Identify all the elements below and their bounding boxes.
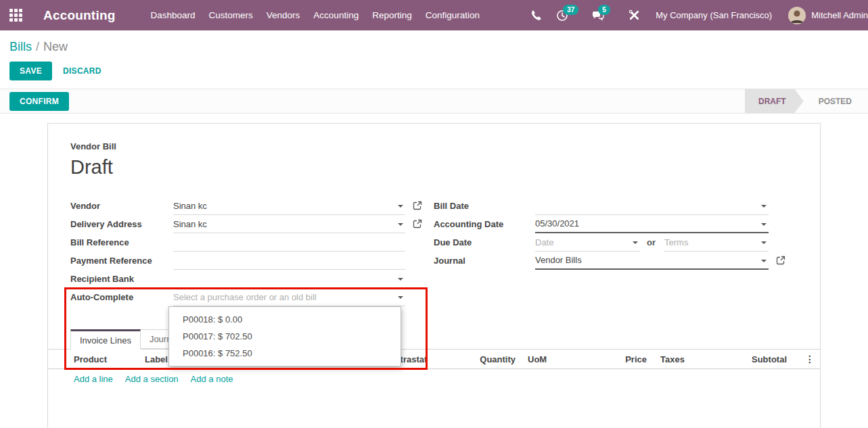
field-accounting-date: Accounting Date 05/30/2021 (434, 215, 769, 233)
auto-complete-label: Auto-Complete (70, 288, 173, 306)
tab-invoice-lines[interactable]: Invoice Lines (70, 329, 141, 350)
chevron-down-icon[interactable] (761, 205, 767, 208)
field-bill-reference: Bill Reference (70, 233, 405, 252)
auto-complete-input[interactable]: Select a purchase order or an old bill (173, 288, 405, 306)
bill-date-label: Bill Date (434, 197, 535, 215)
form-left-column: Vendor Sinan kc Delivery Address Sinan k… (70, 197, 405, 306)
activity-count-badge[interactable]: 37 (563, 5, 578, 15)
user-menu[interactable]: Mitchell Admin (811, 10, 868, 20)
payment-terms-input[interactable]: Terms (664, 233, 769, 252)
dropdown-option-p00018[interactable]: P00018: $ 0.00 (169, 311, 401, 328)
phone-icon[interactable] (530, 9, 541, 21)
statusbar-stage-draft[interactable]: DRAFT (745, 89, 804, 113)
col-subtotal[interactable]: Subtotal (752, 354, 787, 364)
menu-reporting[interactable]: Reporting (372, 1, 412, 29)
message-count-badge[interactable]: 5 (598, 5, 610, 15)
chevron-down-icon[interactable] (398, 205, 403, 208)
document-type-label: Vendor Bill (70, 141, 798, 151)
breadcrumb: Bills/New (0, 30, 868, 54)
payment-reference-input[interactable] (173, 252, 405, 270)
topbar-right: 37 5 My Company (San Francisco) Mitchell… (530, 7, 868, 24)
due-date-placeholder: Date (535, 237, 553, 247)
line-actions: Add a line Add a section Add a note (48, 369, 820, 384)
due-date-widget: Date or Terms (535, 233, 769, 252)
col-price[interactable]: Price (625, 354, 647, 364)
accounting-date-label: Accounting Date (434, 215, 535, 233)
form-fields: Vendor Sinan kc Delivery Address Sinan k… (70, 197, 798, 306)
dropdown-option-p00017[interactable]: P00017: $ 702.50 (169, 328, 401, 345)
confirm-button[interactable]: CONFIRM (9, 92, 69, 111)
col-quantity[interactable]: Quantity (480, 354, 516, 364)
apps-menu-icon[interactable] (9, 9, 23, 22)
accounting-date-input[interactable]: 05/30/2021 (535, 215, 769, 233)
due-date-label: Due Date (434, 233, 535, 252)
breadcrumb-separator: / (36, 40, 39, 53)
external-link-icon[interactable] (413, 219, 422, 229)
delivery-address-value: Sinan kc (173, 219, 207, 229)
menu-accounting[interactable]: Accounting (313, 1, 359, 29)
invoice-lines-header: Product Label Intrastat Quantity UoM Pri… (48, 350, 820, 369)
field-payment-reference: Payment Reference (70, 252, 405, 270)
journal-input[interactable]: Vendor Bills (535, 252, 769, 270)
bill-reference-input[interactable] (173, 233, 405, 252)
chevron-down-icon[interactable] (633, 241, 638, 244)
field-vendor: Vendor Sinan kc (70, 197, 405, 215)
breadcrumb-bills-link[interactable]: Bills (9, 40, 32, 53)
document-title: Draft (70, 156, 798, 179)
activities-clock-icon[interactable]: 37 (556, 9, 568, 22)
field-journal: Journal Vendor Bills (434, 252, 769, 270)
dropdown-option-p00016[interactable]: P00016: $ 752.50 (169, 345, 401, 362)
chevron-down-icon[interactable] (761, 260, 767, 262)
form-sheet: Vendor Bill Draft Vendor Sinan kc Delive… (47, 123, 821, 428)
menu-dashboard[interactable]: Dashboard (151, 1, 196, 29)
statusbar: DRAFT POSTED (745, 89, 868, 113)
vendor-value: Sinan kc (173, 201, 207, 211)
company-switcher[interactable]: My Company (San Francisco) (656, 10, 772, 20)
external-link-icon[interactable] (413, 201, 422, 210)
chevron-down-icon[interactable] (761, 223, 767, 226)
col-uom[interactable]: UoM (528, 354, 547, 364)
chevron-down-icon[interactable] (761, 241, 767, 244)
top-navbar: Accounting Dashboard Customers Vendors A… (0, 0, 868, 30)
form-right-column: Bill Date Accounting Date 05/30/2021 Due… (434, 197, 769, 306)
external-link-icon[interactable] (776, 256, 785, 265)
due-date-input[interactable]: Date (535, 233, 640, 252)
messages-icon[interactable]: 5 (591, 9, 605, 22)
field-due-date: Due Date Date or Terms (434, 233, 769, 252)
bill-date-input[interactable] (535, 197, 769, 215)
recipient-bank-label: Recipient Bank (70, 270, 173, 288)
menu-customers[interactable]: Customers (209, 1, 253, 29)
delivery-address-label: Delivery Address (70, 215, 173, 233)
delivery-address-input[interactable]: Sinan kc (173, 215, 405, 233)
auto-complete-placeholder: Select a purchase order or an old bill (173, 292, 317, 302)
field-auto-complete: Auto-Complete Select a purchase order or… (70, 288, 405, 306)
add-a-note-link[interactable]: Add a note (191, 374, 233, 384)
journal-label: Journal (434, 252, 535, 270)
discard-button[interactable]: DISCARD (63, 66, 101, 76)
accounting-date-value: 05/30/2021 (535, 218, 579, 229)
tools-icon[interactable] (628, 9, 641, 22)
chevron-down-icon[interactable] (398, 278, 403, 281)
save-button[interactable]: SAVE (9, 62, 52, 80)
menu-configuration[interactable]: Configuration (426, 1, 480, 29)
status-row: CONFIRM DRAFT POSTED (0, 89, 868, 114)
menu-vendors[interactable]: Vendors (267, 1, 300, 29)
recipient-bank-input[interactable] (173, 270, 405, 288)
statusbar-stage-posted[interactable]: POSTED (804, 89, 868, 113)
col-product[interactable]: Product (74, 354, 107, 364)
add-a-line-link[interactable]: Add a line (74, 374, 113, 384)
due-date-or-label: or (647, 237, 656, 247)
field-recipient-bank: Recipient Bank (70, 270, 405, 288)
vendor-input[interactable]: Sinan kc (173, 197, 405, 215)
autocomplete-dropdown: P00018: $ 0.00 P00017: $ 702.50 P00016: … (168, 306, 401, 366)
field-delivery-address: Delivery Address Sinan kc (70, 215, 405, 233)
user-avatar[interactable] (788, 7, 806, 24)
journal-value: Vendor Bills (535, 255, 582, 265)
col-taxes[interactable]: Taxes (660, 354, 685, 364)
add-a-section-link[interactable]: Add a section (125, 374, 179, 384)
chevron-down-icon[interactable] (398, 296, 403, 299)
optional-columns-icon[interactable]: ⋮ (805, 354, 815, 364)
chevron-down-icon[interactable] (398, 223, 403, 226)
col-label[interactable]: Label (145, 354, 168, 364)
app-title[interactable]: Accounting (43, 8, 116, 23)
